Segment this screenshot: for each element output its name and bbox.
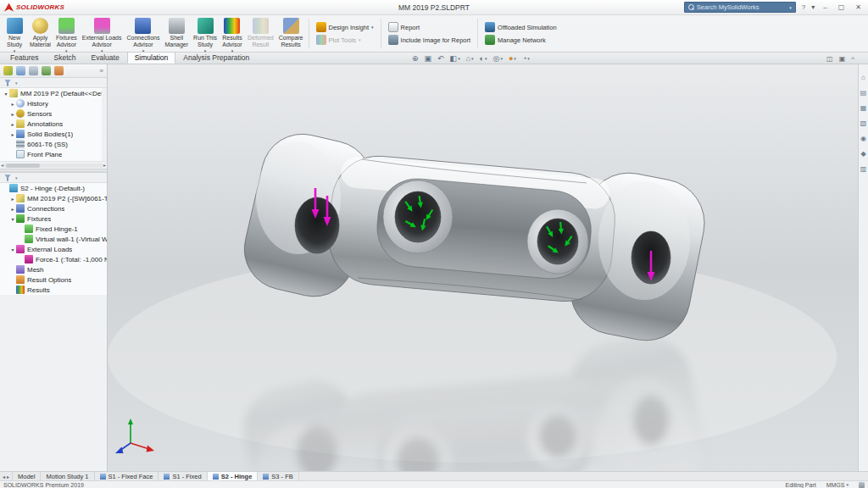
scenes-tab-icon[interactable]: ◆	[860, 151, 865, 158]
tree-item-results[interactable]: Results	[0, 285, 107, 295]
view-settings-icon[interactable]: ◔▾	[522, 55, 530, 63]
shell-manager-button[interactable]: Shell Manager	[162, 16, 191, 51]
tree-item-study-part[interactable]: ▸ MM 2019 P2 (-[SW]6061-T6 (SS)-)	[0, 193, 107, 203]
manager-tabs-overflow-icon[interactable]: »	[100, 67, 103, 75]
tab-sketch[interactable]: Sketch	[47, 52, 84, 64]
tree-item-fixed-hinge[interactable]: Fixed Hinge-1	[0, 224, 107, 234]
left-hole[interactable]	[295, 197, 339, 253]
tree-item-virtual-wall[interactable]: Virtual wall-1 (-Virtual Wall<MM...	[0, 234, 107, 244]
expand-arrow-icon[interactable]: ▸	[9, 111, 16, 117]
graphics-area[interactable]	[108, 64, 858, 471]
design-library-tab-icon[interactable]: ▤	[860, 90, 867, 97]
scrollbar-thumb[interactable]	[6, 164, 40, 168]
include-image-for-report-button[interactable]: Include Image for Report	[388, 35, 471, 45]
expand-arrow-icon[interactable]: ▾	[9, 247, 16, 252]
split-pane-icon[interactable]: ◫	[826, 55, 833, 63]
dimxpertmanager-tab-icon[interactable]	[42, 66, 51, 75]
tree-item-force[interactable]: Force-1 (:Total: -1,000 N:)	[0, 254, 107, 264]
expand-arrow-icon[interactable]: ▸	[9, 196, 16, 202]
zoom-to-fit-icon[interactable]: ⊕	[412, 55, 419, 63]
tab-s3-fb[interactable]: S3 - FB	[258, 472, 298, 480]
status-icon[interactable]	[859, 482, 865, 488]
connections-advisor-button[interactable]: Connections Advisor ▾	[125, 16, 163, 51]
tree-item-part-root[interactable]: ▾ MM 2019 P2 (Default<<Default>_Disp...	[0, 88, 102, 98]
fullscreen-icon[interactable]: ▣	[839, 55, 846, 63]
tab-motion-study-1[interactable]: Motion Study 1	[41, 472, 94, 480]
collapse-ribbon-icon[interactable]: ^	[851, 55, 854, 63]
tab-s1-fixed[interactable]: S1 - Fixed	[159, 472, 207, 480]
report-button[interactable]: Report	[388, 22, 471, 32]
fixtures-advisor-button[interactable]: Fixtures Advisor ▾	[53, 16, 80, 51]
maximize-button[interactable]: ▢	[836, 3, 848, 11]
tree-item-fixtures[interactable]: ▾ Fixtures	[0, 214, 107, 224]
tab-scroll-buttons[interactable]: ◂ ▸	[0, 472, 13, 480]
manage-network-button[interactable]: Manage Network	[485, 35, 557, 45]
search-caret-icon[interactable]: ▾	[789, 5, 792, 10]
zoom-to-area-icon[interactable]: ▣	[425, 55, 432, 63]
expand-arrow-icon[interactable]: ▸	[9, 131, 16, 137]
user-menu-caret-icon[interactable]: ▾	[811, 3, 815, 11]
tree-horizontal-scrollbar[interactable]: ◂ ▸	[0, 161, 107, 169]
custom-properties-tab-icon[interactable]: ▥	[860, 166, 867, 173]
displaymanager-tab-icon[interactable]	[54, 66, 64, 75]
run-this-study-button[interactable]: Run This Study ▾	[191, 16, 220, 51]
compare-results-button[interactable]: Compare Results	[276, 16, 306, 51]
tree-item-solid-bodies[interactable]: ▸ Solid Bodies(1)	[0, 129, 102, 139]
tree-item-annotations[interactable]: ▸ Annotations	[0, 119, 102, 129]
filter-caret-icon[interactable]: ▾	[15, 80, 18, 86]
tree-item-history[interactable]: ▸ History	[0, 98, 102, 108]
view-orientation-icon[interactable]: ⌂▾	[466, 55, 474, 63]
file-explorer-tab-icon[interactable]: ▦	[860, 105, 867, 112]
tab-s2-hinge[interactable]: S2 - Hinge	[208, 472, 259, 480]
configurationmanager-tab-icon[interactable]	[29, 66, 38, 75]
tree-item-result-options[interactable]: Result Options	[0, 274, 107, 285]
expand-arrow-icon[interactable]: ▾	[3, 91, 9, 97]
tree-item-connections[interactable]: ▸ Connections	[0, 203, 107, 214]
new-study-button[interactable]: New Study ▾	[2, 16, 27, 51]
expand-arrow-icon[interactable]: ▸	[9, 206, 16, 212]
external-loads-advisor-button[interactable]: External Loads Advisor ▾	[80, 16, 125, 51]
tree-item-front-plane[interactable]: Front Plane	[0, 149, 102, 159]
tab-analysis-preparation[interactable]: Analysis Preparation	[175, 52, 257, 64]
previous-view-icon[interactable]: ↶	[437, 55, 444, 63]
tab-model[interactable]: Model	[13, 472, 41, 480]
search-box[interactable]: ▾	[684, 2, 796, 13]
minimize-button[interactable]: –	[821, 3, 829, 11]
units-selector[interactable]: MMGS ▾	[826, 482, 849, 488]
tree-item-sensors[interactable]: ▸ Sensors	[0, 108, 102, 119]
design-insight-button[interactable]: Design Insight ▾	[316, 22, 374, 32]
resources-tab-icon[interactable]: ⌂	[861, 75, 865, 81]
filter-icon[interactable]	[4, 80, 11, 86]
display-style-icon[interactable]: ◐▾	[480, 55, 487, 63]
appearances-tab-icon[interactable]: ◉	[860, 136, 866, 142]
view-palette-tab-icon[interactable]: ▧	[860, 120, 867, 127]
offloaded-simulation-button[interactable]: Offloaded Simulation	[485, 22, 557, 32]
tab-evaluate[interactable]: Evaluate	[84, 52, 127, 64]
expand-arrow-icon[interactable]: ▸	[9, 121, 16, 127]
tab-features[interactable]: Features	[3, 52, 47, 64]
search-input[interactable]	[697, 3, 787, 11]
scroll-right-icon[interactable]: ▸	[103, 163, 106, 168]
expand-arrow-icon[interactable]: ▾	[9, 216, 16, 222]
propertymanager-tab-icon[interactable]	[16, 66, 25, 75]
close-button[interactable]: ✕	[853, 3, 864, 11]
tree-vertical-scrollbar[interactable]	[102, 88, 107, 161]
tree-item-mesh[interactable]: Mesh	[0, 264, 107, 274]
tree-item-external-loads[interactable]: ▾ External Loads	[0, 244, 107, 254]
hide-show-items-icon[interactable]: ◎▾	[493, 55, 503, 63]
expand-arrow-icon[interactable]: ▸	[9, 101, 16, 107]
help-icon[interactable]: ?	[802, 3, 805, 11]
pin-hole-1[interactable]	[395, 191, 441, 242]
results-advisor-button[interactable]: Results Advisor ▾	[220, 16, 245, 51]
filter-caret-icon[interactable]: ▾	[15, 175, 18, 180]
section-view-icon[interactable]: ◧▾	[450, 55, 460, 63]
apply-material-button[interactable]: Apply Material	[27, 16, 53, 51]
filter-icon[interactable]	[4, 175, 11, 181]
tab-simulation[interactable]: Simulation	[127, 52, 176, 64]
edit-appearance-icon[interactable]: ●▾	[509, 55, 516, 63]
pin-hole-2[interactable]	[537, 219, 578, 264]
tab-s1-fixed-face[interactable]: S1 - Fixed Face	[95, 472, 159, 480]
scroll-left-icon[interactable]: ◂	[1, 163, 3, 168]
model-view[interactable]	[108, 64, 858, 471]
featuremanager-tab-icon[interactable]	[3, 66, 13, 75]
